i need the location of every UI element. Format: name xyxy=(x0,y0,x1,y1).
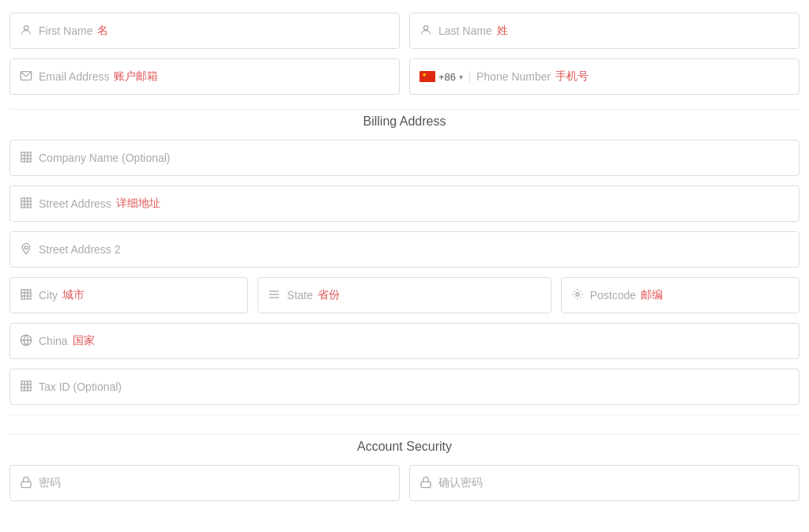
phone-field[interactable]: +86 ▾ Phone Number 手机号 xyxy=(409,58,800,95)
first-name-field[interactable]: First Name 名 xyxy=(9,13,400,49)
country-field[interactable]: China 国家 xyxy=(9,323,800,359)
globe-icon xyxy=(20,334,32,349)
city-field[interactable]: City 城市 xyxy=(9,277,248,313)
lock-icon xyxy=(20,476,32,491)
state-icon xyxy=(268,288,280,303)
street2-placeholder: Street Address 2 xyxy=(39,243,121,256)
taxid-row: Tax ID (Optional) xyxy=(9,369,800,405)
email-icon xyxy=(20,69,32,84)
billing-address-title: Billing Address xyxy=(9,109,800,129)
postcode-field[interactable]: Postcode 邮编 xyxy=(561,277,800,313)
svg-rect-8 xyxy=(21,198,31,208)
svg-point-13 xyxy=(24,245,28,249)
dropdown-arrow-icon: ▾ xyxy=(459,73,463,81)
first-name-placeholder: First Name xyxy=(39,24,92,37)
svg-point-1 xyxy=(423,25,427,29)
company-placeholder: Company Name (Optional) xyxy=(39,152,171,164)
email-placeholder: Email Address xyxy=(39,70,109,83)
street-icon xyxy=(20,197,32,212)
taxid-icon xyxy=(20,380,32,395)
last-name-value-cn: 姓 xyxy=(497,24,508,38)
street2-row: Street Address 2 xyxy=(9,231,800,268)
cn-flag xyxy=(420,71,435,82)
password-field[interactable]: 密码 xyxy=(9,465,400,501)
postcode-icon xyxy=(571,288,584,303)
name-row: First Name 名 Last Name 姓 xyxy=(9,13,800,49)
phone-prefix[interactable]: +86 ▾ xyxy=(420,71,470,83)
country-placeholder: China xyxy=(39,335,68,347)
taxid-placeholder: Tax ID (Optional) xyxy=(39,380,122,393)
street1-value-cn: 详细地址 xyxy=(116,197,160,211)
state-placeholder: State xyxy=(287,289,313,302)
svg-point-22 xyxy=(576,293,579,296)
confirm-password-field[interactable]: 确认密码 xyxy=(409,465,800,501)
svg-rect-14 xyxy=(21,290,31,299)
city-value-cn: 城市 xyxy=(62,288,85,302)
confirm-password-placeholder: 确认密码 xyxy=(438,476,483,490)
account-security-section: Account Security 密码 确认密码 xyxy=(9,414,800,501)
password-placeholder: 密码 xyxy=(39,476,61,490)
svg-rect-29 xyxy=(21,481,31,487)
state-field[interactable]: State 省份 xyxy=(258,277,551,313)
last-name-placeholder: Last Name xyxy=(438,24,492,37)
postcode-value-cn: 邮编 xyxy=(641,288,663,302)
country-value-cn: 国家 xyxy=(73,334,95,348)
phone-placeholder: Phone Number xyxy=(476,70,551,83)
country-row: China 国家 xyxy=(9,323,800,359)
email-phone-row: Email Address 账户邮箱 +86 ▾ Phone Number 手机… xyxy=(9,58,800,95)
person-icon-2 xyxy=(420,24,432,39)
city-state-postcode-row: City 城市 State 省份 Postcode 邮编 xyxy=(9,277,800,313)
svg-rect-3 xyxy=(21,152,31,162)
street1-row: Street Address 详细地址 xyxy=(9,185,800,222)
state-value-cn: 省份 xyxy=(318,288,340,302)
postcode-placeholder: Postcode xyxy=(590,289,636,302)
street1-placeholder: Street Address xyxy=(39,197,111,210)
password-row: 密码 确认密码 xyxy=(9,465,800,501)
account-security-title: Account Security xyxy=(9,434,800,454)
lock-icon-2 xyxy=(420,476,432,491)
street1-field[interactable]: Street Address 详细地址 xyxy=(9,185,800,222)
email-value-cn: 账户邮箱 xyxy=(114,69,158,84)
last-name-field[interactable]: Last Name 姓 xyxy=(409,13,800,49)
phone-prefix-text: +86 xyxy=(438,71,456,83)
company-field[interactable]: Company Name (Optional) xyxy=(9,140,800,176)
email-field[interactable]: Email Address 账户邮箱 xyxy=(9,58,400,95)
svg-point-0 xyxy=(24,25,28,29)
svg-rect-24 xyxy=(21,381,31,391)
street2-field[interactable]: Street Address 2 xyxy=(9,231,800,268)
city-icon xyxy=(20,288,32,303)
location-icon xyxy=(20,242,32,257)
city-placeholder: City xyxy=(39,289,58,302)
phone-value-cn: 手机号 xyxy=(555,69,589,84)
person-icon xyxy=(20,24,32,39)
svg-rect-30 xyxy=(421,481,431,487)
building-icon xyxy=(20,151,32,166)
taxid-field[interactable]: Tax ID (Optional) xyxy=(9,369,800,405)
company-row: Company Name (Optional) xyxy=(9,140,800,176)
first-name-value-cn: 名 xyxy=(97,24,108,38)
